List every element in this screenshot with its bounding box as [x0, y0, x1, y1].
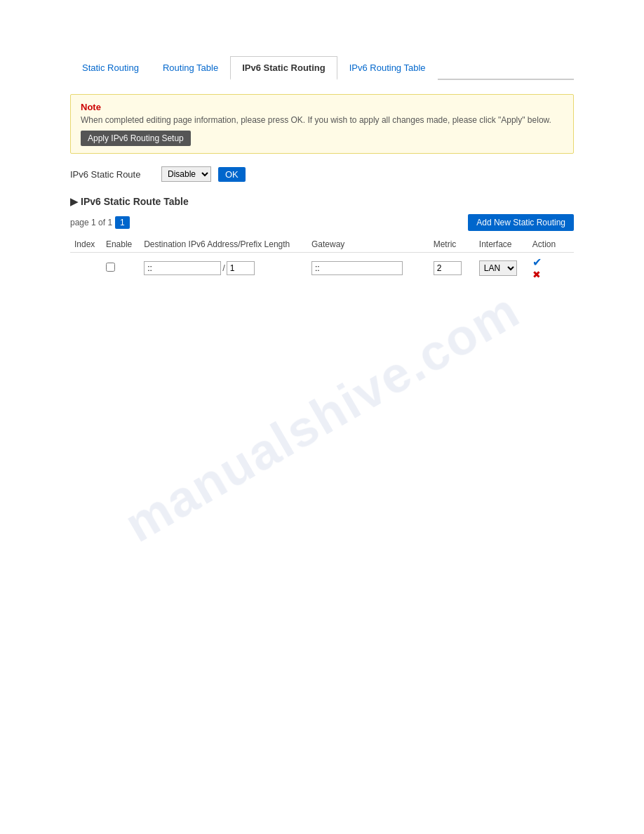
tabs-bar: Static Routing Routing Table IPv6 Static… [70, 56, 574, 80]
ipv6-static-route-label: IPv6 Static Route [70, 169, 154, 180]
table-row: / LAN WAN ✔ ✖ [70, 253, 574, 284]
slash-separator: / [222, 263, 225, 273]
section-arrow-icon: ▶ [70, 196, 78, 207]
cell-metric [429, 253, 475, 284]
apply-ipv6-routing-button[interactable]: Apply IPv6 Routing Setup [81, 131, 191, 146]
col-header-interface: Interface [475, 237, 528, 253]
col-header-index: Index [70, 237, 102, 253]
col-header-destination: Destination IPv6 Address/Prefix Length [140, 237, 307, 253]
page-num-badge: 1 [115, 216, 130, 229]
delete-icon[interactable]: ✖ [532, 269, 570, 280]
cell-gateway [307, 253, 429, 284]
col-header-action: Action [528, 237, 574, 253]
section-header: ▶ IPv6 Static Route Table [70, 196, 574, 207]
add-new-static-routing-button[interactable]: Add New Static Routing [468, 214, 574, 231]
table-controls: page 1 of 1 1 Add New Static Routing [70, 214, 574, 231]
ipv6-static-route-row: IPv6 Static Route Disable Enable OK [70, 166, 574, 182]
section-title: IPv6 Static Route Table [81, 196, 189, 207]
col-header-gateway: Gateway [307, 237, 429, 253]
ok-button[interactable]: OK [218, 167, 246, 182]
cell-enable [102, 253, 140, 284]
note-text: When completed editing page information,… [81, 115, 563, 125]
note-box: Note When completed editing page informa… [70, 94, 574, 154]
tab-routing-table[interactable]: Routing Table [151, 56, 230, 80]
interface-select[interactable]: LAN WAN [479, 260, 517, 276]
prefix-length-input[interactable] [227, 261, 255, 275]
col-header-metric: Metric [429, 237, 475, 253]
tab-static-routing[interactable]: Static Routing [70, 56, 151, 80]
note-title: Note [81, 102, 563, 112]
pagination-text: page 1 of 1 [70, 218, 112, 227]
cell-destination: / [140, 253, 307, 284]
gateway-input[interactable] [311, 261, 403, 275]
metric-input[interactable] [434, 261, 462, 275]
pagination: page 1 of 1 1 [70, 216, 130, 229]
cell-interface: LAN WAN [475, 253, 528, 284]
ipv6-static-route-select[interactable]: Disable Enable [161, 166, 211, 182]
col-header-enable: Enable [102, 237, 140, 253]
page-wrapper: Static Routing Routing Table IPv6 Static… [0, 0, 644, 311]
cell-action: ✔ ✖ [528, 253, 574, 284]
routing-table: Index Enable Destination IPv6 Address/Pr… [70, 237, 574, 283]
tab-ipv6-static-routing[interactable]: IPv6 Static Routing [230, 56, 337, 80]
confirm-icon[interactable]: ✔ [532, 256, 570, 269]
tab-ipv6-routing-table[interactable]: IPv6 Routing Table [337, 56, 438, 80]
cell-index [70, 253, 102, 284]
enable-checkbox[interactable] [106, 263, 115, 272]
dest-addr-input[interactable] [144, 261, 221, 275]
